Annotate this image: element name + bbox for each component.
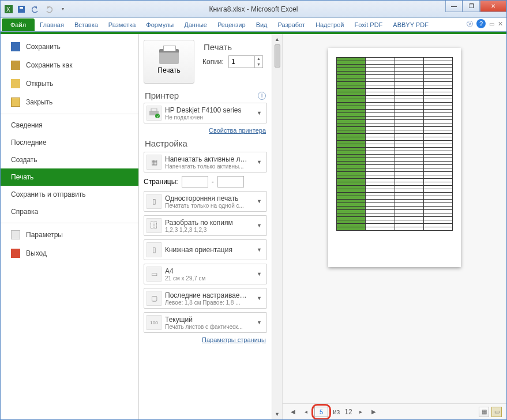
copies-label: Копии: <box>202 58 224 66</box>
open-icon <box>11 79 20 88</box>
copies-up-icon[interactable]: ▲ <box>255 56 262 62</box>
tab-data[interactable]: Данные <box>179 18 212 31</box>
tab-insert[interactable]: Вставка <box>69 18 103 31</box>
collate-dropdown[interactable]: ⿲ Разобрать по копиям 1,2,3 1,2,3 1,2,3 … <box>144 215 267 236</box>
tab-formulas[interactable]: Формулы <box>141 18 179 31</box>
print-settings-column: Печать Печать Копии: ▲▼ Принтер i <box>139 34 272 419</box>
printer-status: Не подключен <box>165 114 251 121</box>
tab-addins[interactable]: Надстрой <box>310 18 349 31</box>
svg-text:✓: ✓ <box>156 115 159 118</box>
chevron-down-icon: ▼ <box>254 110 264 116</box>
ribbon-close-icon[interactable]: ✕ <box>498 20 503 28</box>
save-as-icon <box>11 61 20 70</box>
sides-dropdown[interactable]: ▯ Односторонняя печать Печатать только н… <box>144 191 267 212</box>
collate-title: Разобрать по копиям <box>165 219 251 227</box>
sidebar-close[interactable]: Закрыть <box>1 93 138 111</box>
sidebar-help[interactable]: Справка <box>1 203 138 220</box>
qat-redo-icon[interactable] <box>43 3 55 15</box>
print-heading: Печать <box>204 42 263 52</box>
sidebar-saveas-label: Сохранить как <box>26 61 72 69</box>
help-icon[interactable]: ? <box>476 19 486 28</box>
current-page-input[interactable]: 5 <box>314 407 328 417</box>
scroll-down-icon[interactable]: ▼ <box>275 411 280 417</box>
show-margins-icon[interactable]: ▦ <box>479 407 489 417</box>
sidebar-recent[interactable]: Последние <box>1 134 138 151</box>
svg-rect-3 <box>20 7 23 9</box>
page-last-icon[interactable]: ▶ <box>369 408 378 415</box>
sidebar-print[interactable]: Печать <box>1 168 138 186</box>
page-single-icon: ▯ <box>147 194 162 209</box>
of-label: из <box>333 408 340 416</box>
print-button-label: Печать <box>157 66 180 74</box>
maximize-button[interactable]: ❐ <box>463 1 480 12</box>
sidebar-save-send[interactable]: Сохранить и отправить <box>1 186 138 203</box>
portrait-icon: ▯ <box>147 242 162 257</box>
sidebar-info[interactable]: Сведения <box>1 114 138 134</box>
tab-abbyy[interactable]: ABBYY PDF <box>388 18 434 31</box>
print-what-dropdown[interactable]: ▦ Напечатать активные листы Напечатать т… <box>144 152 267 172</box>
margins-title: Последние настраиваемые ... <box>165 291 251 299</box>
chevron-down-icon: ▼ <box>254 247 264 253</box>
pages-label: Страницы: <box>144 178 178 186</box>
sides-title: Односторонняя печать <box>165 194 251 202</box>
printer-properties-link[interactable]: Свойства принтера <box>144 127 266 134</box>
sidebar-save-as[interactable]: Сохранить как <box>1 56 138 74</box>
tab-view[interactable]: Вид <box>251 18 273 31</box>
scaling-dropdown[interactable]: 100 Текущий Печать листов с фактическ...… <box>144 312 267 333</box>
exit-icon <box>11 249 20 258</box>
tab-layout[interactable]: Разметка <box>103 18 141 31</box>
sidebar-open[interactable]: Открыть <box>1 74 138 93</box>
page-next-icon[interactable]: ▸ <box>357 408 365 415</box>
sidebar-save[interactable]: Сохранить <box>1 38 138 56</box>
sidebar-exit-label: Выход <box>26 249 47 257</box>
ribbon-restore-icon[interactable]: ▭ <box>489 21 494 27</box>
scaling-sub: Печать листов с фактическ... <box>165 324 251 330</box>
close-button[interactable]: ✕ <box>480 1 506 12</box>
copies-down-icon[interactable]: ▼ <box>255 62 262 68</box>
scroll-up-icon[interactable]: ▲ <box>275 36 280 42</box>
paper-title: A4 <box>165 267 251 275</box>
sidebar-options[interactable]: Параметры <box>1 223 138 244</box>
pages-to-input[interactable] <box>217 176 244 187</box>
tab-foxit[interactable]: Foxit PDF <box>349 18 388 31</box>
tab-file[interactable]: Файл <box>2 18 35 31</box>
qat-undo-icon[interactable] <box>29 3 41 15</box>
chevron-down-icon: ▼ <box>254 198 264 204</box>
margins-dropdown[interactable]: ▢ Последние настраиваемые ... Левое: 1,8… <box>144 288 267 309</box>
qat-save-icon[interactable] <box>16 3 27 15</box>
scroll-thumb[interactable] <box>275 44 280 68</box>
qat-customize-icon[interactable]: ▾ <box>57 3 69 15</box>
scaling-icon: 100 <box>147 315 162 330</box>
sidebar-open-label: Открыть <box>26 80 53 88</box>
print-preview-column: ◀ ◂ 5 из 12 ▸ ▶ ▦ ▭ <box>282 34 506 419</box>
chevron-down-icon: ▼ <box>254 223 264 228</box>
page-setup-link[interactable]: Параметры страницы <box>144 336 266 343</box>
total-pages: 12 <box>344 408 352 416</box>
sidebar-new[interactable]: Создать <box>1 151 138 168</box>
chevron-down-icon: ▼ <box>254 295 264 301</box>
printer-name: HP Deskjet F4100 series <box>165 106 251 114</box>
copies-spinner[interactable]: ▲▼ <box>228 55 263 68</box>
ribbon-minimize-icon[interactable]: ⓥ <box>467 20 473 28</box>
sidebar-recent-label: Последние <box>11 138 47 147</box>
copies-input[interactable] <box>229 56 254 68</box>
page-first-icon[interactable]: ◀ <box>288 408 298 415</box>
tab-developer[interactable]: Разработ <box>273 18 310 31</box>
sidebar-help-label: Справка <box>11 208 38 216</box>
chevron-down-icon: ▼ <box>254 271 264 277</box>
tab-review[interactable]: Рецензир <box>212 18 251 31</box>
margins-sub: Левое: 1,8 см Правое: 1,8 ... <box>165 299 251 306</box>
settings-scrollbar[interactable]: ▲ ▼ <box>272 34 282 419</box>
zoom-to-page-icon[interactable]: ▭ <box>491 407 502 417</box>
print-button[interactable]: Печать <box>144 40 194 84</box>
printer-dropdown[interactable]: ✓ HP Deskjet F4100 series Не подключен ▼ <box>144 103 267 123</box>
page-prev-icon[interactable]: ◂ <box>302 408 310 415</box>
minimize-button[interactable]: — <box>445 1 463 12</box>
pages-from-input[interactable] <box>182 176 208 187</box>
sidebar-exit[interactable]: Выход <box>1 244 138 262</box>
orientation-dropdown[interactable]: ▯ Книжная ориентация ▼ <box>144 239 267 260</box>
ribbon-tabs: Файл Главная Вставка Разметка Формулы Да… <box>1 18 506 32</box>
paper-size-dropdown[interactable]: ▭ A4 21 см x 29,7 см ▼ <box>144 264 267 284</box>
printer-info-icon[interactable]: i <box>258 92 266 100</box>
tab-home[interactable]: Главная <box>35 18 69 31</box>
